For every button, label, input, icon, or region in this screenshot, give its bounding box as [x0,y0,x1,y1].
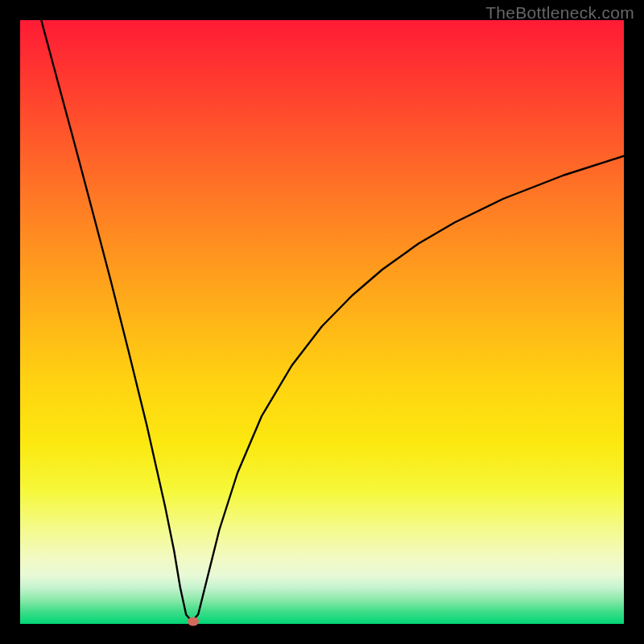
bottleneck-curve [20,20,624,624]
chart-plot-area [20,20,624,624]
optimum-marker [188,617,199,626]
watermark-text: TheBottleneck.com [485,3,634,23]
